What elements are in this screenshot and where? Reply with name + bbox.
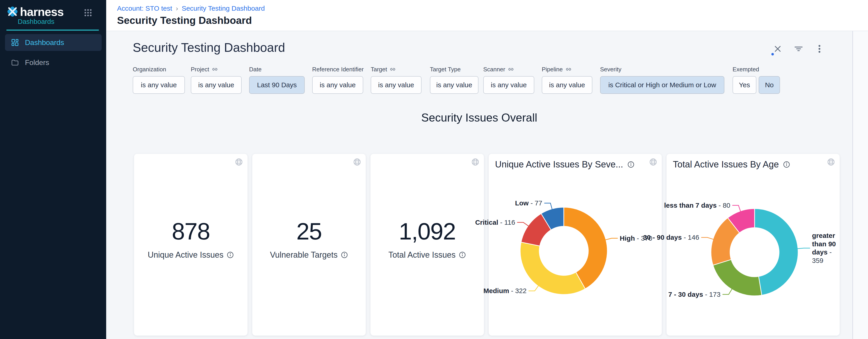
- filter-organization-value[interactable]: is any value: [133, 76, 185, 94]
- filter-pipeline: Pipeline is any value: [542, 65, 592, 94]
- close-button[interactable]: [773, 44, 783, 54]
- page-title: Security Testing Dashboard: [117, 15, 252, 26]
- brand-wordmark[interactable]: harness: [20, 5, 64, 19]
- filter-exempted-no[interactable]: No: [758, 76, 780, 94]
- kebab-menu-icon: [818, 44, 821, 53]
- folder-icon: [11, 58, 19, 66]
- stat-label-text: Total Active Issues: [389, 250, 456, 260]
- chart-title-row: Total Active Issues By Age: [673, 159, 790, 169]
- info-icon[interactable]: [459, 251, 466, 259]
- globe-icon[interactable]: [649, 158, 658, 167]
- filter-button[interactable]: [794, 44, 804, 54]
- filter-target-type-value[interactable]: is any value: [430, 76, 478, 94]
- filter-label: Organization: [133, 66, 166, 73]
- filter-scanner-value[interactable]: is any value: [483, 76, 534, 94]
- breadcrumb-page-link[interactable]: Security Testing Dashboard: [182, 4, 265, 12]
- chart-card-issues-by-age: Total Active Issues By Age greater than …: [666, 154, 840, 336]
- info-icon[interactable]: [227, 251, 234, 259]
- globe-icon[interactable]: [471, 158, 480, 167]
- sidebar-header: harness Dashboards: [0, 0, 106, 6]
- filter-project: Project is any value: [191, 65, 242, 94]
- donut-chart-age[interactable]: greater than 90 days - 3597 - 30 days - …: [666, 154, 840, 336]
- filter-project-value[interactable]: is any value: [191, 76, 242, 94]
- filter-organization: Organization is any value: [133, 65, 185, 94]
- stat-card-unique-active-issues: 878 Unique Active Issues: [134, 154, 248, 336]
- link-icon: [508, 66, 514, 72]
- sidebar: harness Dashboards Dashboards Fold: [0, 0, 106, 339]
- filter-label: Project: [191, 66, 209, 73]
- filter-target: Target is any value: [371, 65, 422, 94]
- link-icon: [566, 66, 571, 72]
- stat-label: Vulnerable Targets: [252, 250, 366, 260]
- filter-label: Scanner: [483, 66, 505, 73]
- chart-title: Unique Active Issues By Seve...: [495, 159, 623, 169]
- chart-title: Total Active Issues By Age: [673, 159, 779, 169]
- filter-scanner: Scanner is any value: [483, 65, 534, 94]
- filter-label: Severity: [600, 66, 621, 73]
- app-grid-icon[interactable]: [84, 8, 93, 17]
- sidebar-item-label: Folders: [25, 58, 49, 67]
- more-options-button[interactable]: [814, 44, 825, 54]
- stat-card-total-active-issues: 1,092 Total Active Issues: [370, 154, 484, 336]
- filter-pipeline-value[interactable]: is any value: [542, 76, 592, 94]
- info-icon[interactable]: [627, 161, 634, 168]
- harness-logo-icon[interactable]: [6, 5, 19, 18]
- stat-label: Total Active Issues: [370, 250, 484, 260]
- filter-date-value[interactable]: Last 90 Days: [249, 76, 305, 94]
- filter-label: Reference Identifier: [312, 66, 364, 73]
- breadcrumb-account-link[interactable]: Account: STO test: [117, 4, 172, 12]
- filter-target-type: Target Type is any value: [430, 65, 478, 94]
- stat-label-text: Vulnerable Targets: [270, 250, 338, 260]
- filter-label: Date: [249, 66, 261, 73]
- filter-label: Pipeline: [542, 66, 563, 73]
- globe-icon[interactable]: [352, 158, 362, 167]
- sidebar-item-folders[interactable]: Folders: [5, 54, 102, 71]
- cards-row: 878 Unique Active Issues 25 Vulnerable T…: [134, 154, 840, 336]
- stat-value: 25: [252, 218, 366, 245]
- top-header: Account: STO test › Security Testing Das…: [106, 0, 868, 31]
- filter-reference-identifier-value[interactable]: is any value: [312, 76, 363, 94]
- filter-bar: Organization is any value Project is any…: [106, 65, 868, 106]
- link-icon: [212, 66, 218, 72]
- dashboard-canvas: Security Testing Dashboard Organization …: [106, 31, 868, 339]
- filter-date: Date Last 90 Days: [249, 65, 305, 94]
- filter-exempted-yes[interactable]: Yes: [733, 76, 756, 94]
- dashboard-actions: [773, 44, 825, 54]
- module-subtitle: Dashboards: [18, 18, 55, 25]
- filter-lines-icon: [794, 44, 803, 53]
- filter-severity-value[interactable]: is Critical or High or Medium or Low: [600, 76, 724, 94]
- close-icon: [773, 44, 782, 53]
- filter-severity: Severity is Critical or High or Medium o…: [600, 65, 724, 94]
- cursor-dot: [771, 53, 774, 55]
- stat-value: 1,092: [370, 218, 484, 245]
- globe-icon[interactable]: [827, 158, 836, 167]
- chart-card-issues-by-severity: Unique Active Issues By Seve... High - 3…: [489, 154, 662, 336]
- filter-exempted: Exempted Yes No: [733, 65, 780, 94]
- breadcrumb: Account: STO test › Security Testing Das…: [117, 4, 265, 12]
- section-title: Security Issues Overall: [106, 111, 852, 124]
- stat-label: Unique Active Issues: [134, 250, 248, 260]
- globe-icon[interactable]: [235, 158, 243, 167]
- stat-value: 878: [134, 218, 248, 245]
- sidebar-divider: [6, 30, 99, 31]
- filter-label: Target Type: [430, 66, 461, 73]
- sidebar-item-label: Dashboards: [25, 38, 64, 47]
- stat-label-text: Unique Active Issues: [148, 250, 223, 260]
- filter-label: Exempted: [733, 66, 759, 73]
- filter-label: Target: [371, 66, 387, 73]
- info-icon[interactable]: [783, 161, 790, 168]
- filter-target-value[interactable]: is any value: [371, 76, 422, 94]
- info-icon[interactable]: [341, 251, 348, 259]
- link-icon: [390, 66, 396, 72]
- chart-title-row: Unique Active Issues By Seve...: [495, 159, 634, 169]
- stat-card-vulnerable-targets: 25 Vulnerable Targets: [252, 154, 366, 336]
- dashboard-title: Security Testing Dashboard: [133, 40, 285, 55]
- donut-chart-severity[interactable]: High - 370Medium - 322Critical - 116Low …: [489, 154, 662, 336]
- sidebar-item-dashboards[interactable]: Dashboards: [5, 34, 102, 51]
- sidebar-nav: Dashboards Folders: [5, 34, 102, 71]
- breadcrumb-chevron-icon: ›: [176, 4, 178, 12]
- dashboards-icon: [11, 38, 19, 47]
- filter-reference-identifier: Reference Identifier is any value: [312, 65, 364, 94]
